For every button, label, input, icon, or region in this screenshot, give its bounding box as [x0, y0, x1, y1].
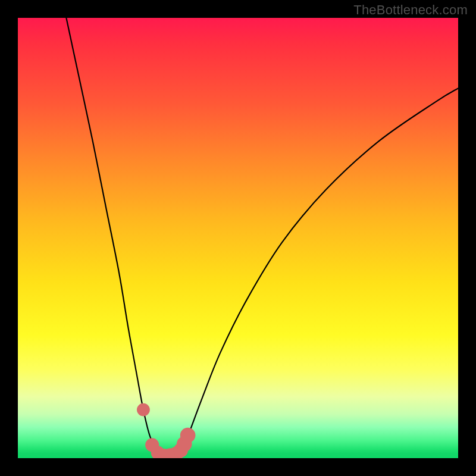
chart-container: TheBottleneck.com	[0, 0, 476, 476]
curve-marker	[137, 403, 150, 416]
chart-svg	[18, 18, 458, 458]
bottleneck-curve-path	[66, 18, 458, 456]
curve-marker	[180, 428, 196, 443]
watermark-text: TheBottleneck.com	[353, 2, 468, 18]
marker-group	[137, 403, 195, 458]
